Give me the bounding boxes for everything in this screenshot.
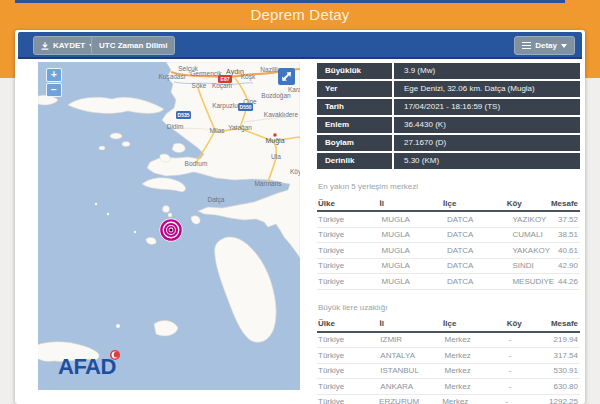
col-header-koy: Köy [507,199,551,208]
map-label: Kavaklıdere [264,111,299,118]
svg-text:AFAD: AFAD [58,354,116,379]
map-label: Bozdoğan [261,92,291,100]
map-label: Kuşadası [158,73,185,81]
table-row: Türkiye ISTANBUL Merkez - 530.91 [317,364,580,380]
map-label: Marmaris [254,180,282,187]
map-label: Koçarlı [212,82,232,90]
col-header-ulke: Ülke [317,199,380,208]
col-header-ilce: İlçe [443,319,507,328]
map-island-tilos [146,238,156,245]
mugla-city-dot [273,133,277,137]
col-header-il: İl [380,199,444,208]
table-row: Türkiye ANTALYA Merkez - 317.54 [317,348,580,364]
map-label: Karpuzlu [212,102,238,110]
detay-button-label: Detay [535,41,557,50]
detail-row: Tarih 17/04/2021 - 18:16:59 (TS) [317,99,580,115]
detail-label: Tarih [317,99,392,115]
col-header-koy: Köy [507,319,551,328]
detail-label: Derinlik [317,153,392,169]
table-row: Türkiye ERZURUM Merkez - 1292.25 [317,395,580,404]
utc-button-label: UTC Zaman Dilimi [99,41,167,50]
detail-row: Derinlik 5.30 (KM) [317,153,580,169]
road-shield-d535: D535 [176,111,191,119]
map-label: Ula [271,153,281,160]
top-edge-strip [15,0,565,3]
map-label: Bodrum [185,160,208,167]
detail-value: 17/04/2021 - 18:16:59 (TS) [394,99,580,115]
map-islet [134,231,136,233]
col-header-ulke: Ülke [317,319,380,328]
nearest-settlements-title: En yakın 5 yerleşim merkezi [318,182,580,191]
map-label: Nazilli [260,66,277,73]
detail-row: Enlem 36.4430 (K) [317,117,580,133]
table-row: Türkiye ANKARA Merkez - 630.80 [317,379,580,395]
map-islet [110,133,122,139]
map-islet [95,203,97,205]
detail-pane: Büyüklük 3.9 (Mw) Yer Ege Denizi, 32.06 … [317,63,580,404]
map-islet [107,213,109,215]
download-icon [41,42,49,50]
zoom-in-button[interactable]: + [46,68,62,82]
map-label: Köyceğiz [290,168,300,176]
detay-button[interactable]: Detay [514,36,575,55]
map-label: Yatağan [228,124,252,132]
detail-value: 3.9 (Mw) [394,63,580,79]
map-island-nisyros [163,206,170,213]
earthquake-epicenter-marker[interactable] [160,219,183,242]
table-row: Türkiye MUGLA DATCA YAKAKOY 40.61 [317,243,580,259]
map-label: Muğla [265,137,284,145]
afad-logo: AFAD [58,350,120,379]
map-svg: E87 D550 D535 Selçuk Kuşadası Germencik … [38,62,300,390]
detail-row: Yer Ege Denizi, 32.06 km. Datça (Mugla) [317,81,580,97]
col-header-mesafe: Mesafe [551,319,580,328]
map-island-symi [191,216,200,224]
map-label: Didim [167,123,184,130]
map-island-leros [172,143,185,152]
detail-value: 27.1670 (D) [394,135,580,151]
detail-label: Yer [317,81,392,97]
detail-value: 36.4430 (K) [394,117,580,133]
svg-text:D535: D535 [178,112,190,118]
detail-label: Boylam [317,135,392,151]
utc-zaman-dilimi-button[interactable]: UTC Zaman Dilimi [91,36,175,55]
table-row: Türkiye MUGLA DATCA CUMALI 38.51 [317,228,580,244]
map-islet [154,321,178,336]
content-panel: KAYDET UTC Zaman Dilimi Detay [15,30,585,404]
big-cities-table: Ülke İl İlçe Köy Mesafe Türkiye IZMIR Me… [317,317,580,404]
expand-icon [280,70,293,83]
detail-label: Büyüklük [317,63,392,79]
detail-value: Ege Denizi, 32.06 km. Datça (Mugla) [394,81,580,97]
map-islet [116,324,120,328]
nearest-settlements-table: Ülke İl İlçe Köy Mesafe Türkiye MUGLA DA… [317,196,580,290]
col-header-mesafe: Mesafe [551,199,580,208]
detail-value: 5.30 (KM) [394,153,580,169]
map-label: Germencik [190,70,222,77]
detail-row: Boylam 27.1670 (D) [317,135,580,151]
big-cities-title: Büyük ilere uzaklığı [318,303,580,312]
menu-icon [522,40,531,51]
zoom-out-button[interactable]: − [46,83,62,97]
map-label: Çine [243,98,257,106]
table-row: Türkiye MUGLA DATCA YAZIKOY 37.52 [317,212,580,228]
table-row: Türkiye MUGLA DATCA SINDI 42.90 [317,259,580,275]
table-header-row: Ülke İl İlçe Köy Mesafe [317,196,580,212]
map-label: Söke [192,82,207,89]
quake-detail-table: Büyüklük 3.9 (Mw) Yer Ege Denizi, 32.06 … [317,63,580,169]
table-row: Türkiye MUGLA DATCA MESUDIYE 44.26 [317,274,580,290]
toolbar: KAYDET UTC Zaman Dilimi Detay [18,32,582,59]
map-islet [99,146,105,150]
map-label: Datça [208,196,225,204]
map[interactable]: E87 D550 D535 Selçuk Kuşadası Germencik … [38,62,300,390]
map-zoom-controls: + − [46,68,62,98]
map-label: Milas [209,127,225,134]
map-island-samos [68,97,164,113]
deprem-detay-page: Deprem Detay KAYDET UTC Zaman Dilimi Det… [0,0,600,404]
map-island-rhodes [215,237,277,342]
col-header-ilce: İlçe [443,199,507,208]
col-header-il: İl [380,319,444,328]
page-title: Deprem Detay [0,6,600,23]
map-label: Köşk [241,73,256,81]
chevron-down-icon [561,44,567,48]
map-poi-dot [168,213,172,217]
map-fullscreen-button[interactable] [278,68,295,85]
